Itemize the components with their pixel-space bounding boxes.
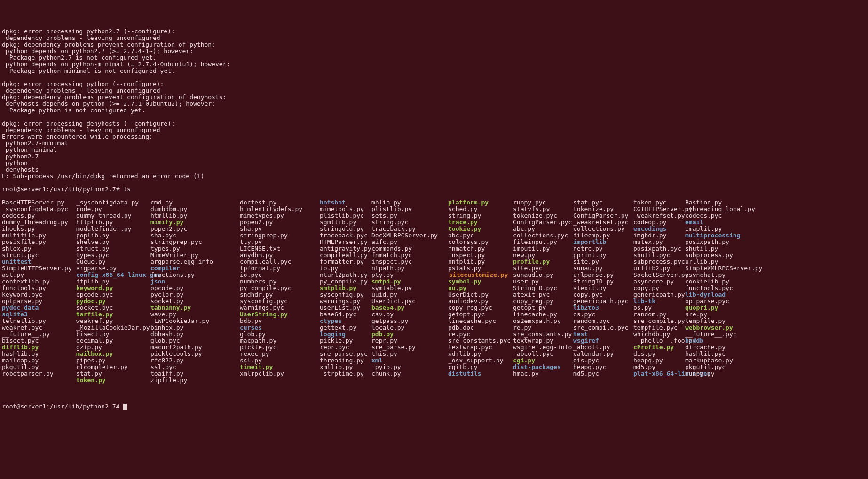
ls-file: _abcoll.py xyxy=(573,344,633,351)
ls-file: hashlib.pyc xyxy=(685,351,736,357)
ls-file: shutil.py xyxy=(685,245,736,252)
ls-file: plistlib.pyc xyxy=(320,212,371,219)
ls-file: doctest.py xyxy=(240,199,320,206)
ls-file: _pyio.py xyxy=(371,364,448,370)
ls-file: linecache.py xyxy=(513,311,573,318)
ls-file: posixpath.py xyxy=(685,239,736,245)
ls-executable: pdb.py xyxy=(371,331,448,338)
ls-file: compileall.py xyxy=(320,252,371,259)
ls-file: wave.py xyxy=(150,311,240,318)
ls-file: sunau.py xyxy=(573,265,633,272)
ls-file: sunaudio.py xyxy=(513,272,573,278)
ls-file: weakref.py xyxy=(76,318,150,324)
prompt-line-1[interactable]: root@server1:/usr/lib/python2.7# ls xyxy=(2,186,866,193)
ls-file: imaplib.py xyxy=(685,226,736,232)
ls-file: antigravity.py xyxy=(320,245,371,252)
ls-file: io.py xyxy=(320,265,371,272)
ls-file: sets.py xyxy=(371,212,448,219)
ls-file: asynchat.py xyxy=(685,272,736,278)
ls-file: ftplib.py xyxy=(76,278,150,285)
ls-file: random.py xyxy=(633,311,685,318)
ls-file: markupbase.py xyxy=(685,357,736,364)
ls-file: runpy.pyc xyxy=(513,199,573,206)
ls-file: py_compile.py xyxy=(320,278,371,285)
ls-file: dumbdbm.py xyxy=(150,206,240,212)
ls-file: pty.py xyxy=(371,272,448,278)
ls-file: fnmatch.py xyxy=(448,245,513,252)
terminal-output-line: python2.7-minimal xyxy=(2,140,866,147)
ls-file: dis.pyc xyxy=(573,357,633,364)
ls-file: audiodev.py xyxy=(448,298,513,305)
ls-file: SimpleXMLRPCServer.py xyxy=(685,265,736,272)
ls-file: symtable.py xyxy=(371,285,448,291)
ls-file: dis.py xyxy=(633,351,685,357)
ls-file: ihooks.py xyxy=(2,226,76,232)
ls-executable: quopri.py xyxy=(685,305,736,311)
ls-file: ntpath.py xyxy=(371,265,448,272)
ls-file: copy.pyc xyxy=(573,291,633,298)
ls-file: sre_compile.pyc xyxy=(573,324,633,331)
ls-directory: hotshot xyxy=(320,199,371,206)
ls-file: opcode.pyc xyxy=(76,291,150,298)
ls-file: functools.pyc xyxy=(685,285,736,291)
ls-file: cookielib.py xyxy=(685,278,736,285)
terminal-output-line: python depends on python2.7 (>= 2.7.4-1~… xyxy=(2,48,866,55)
ls-file: _threading_local.py xyxy=(685,206,736,212)
ls-file: dbhash.py xyxy=(150,331,240,338)
ls-file: imputil.py xyxy=(513,245,573,252)
ls-executable: mimify.py xyxy=(150,219,240,226)
ls-directory: lib-tk xyxy=(633,298,685,305)
ls-file: pipes.py xyxy=(76,357,150,364)
ls-file: urllib.py xyxy=(685,259,736,265)
ls-file: stringold.py xyxy=(320,226,371,232)
ls-file: abc.pyc xyxy=(448,232,513,239)
ls-directory: pydoc_data xyxy=(2,305,76,311)
terminal-output-line: dpkg: error processing python2.7 (--conf… xyxy=(2,28,866,35)
ls-file: Queue.py xyxy=(76,259,150,265)
ls-file: py_compile.pyc xyxy=(240,285,320,291)
ls-file: re.pyc xyxy=(448,331,513,338)
ls-file: rexec.py xyxy=(240,351,320,357)
ls-file: os2emxpath.py xyxy=(513,318,573,324)
ls-file: posixpath.pyc xyxy=(633,245,685,252)
shell-prompt: root@server1:/usr/lib/python2.7# xyxy=(2,403,123,410)
ls-file: UserDict.py xyxy=(448,291,513,298)
ls-file: re.py xyxy=(513,324,573,331)
ls-file: DocXMLRPCServer.py xyxy=(371,232,448,239)
prompt-line-2[interactable]: root@server1:/usr/lib/python2.7# xyxy=(2,403,866,410)
shell-prompt: root@server1:/usr/lib/python2.7# xyxy=(2,186,123,193)
ls-file: stringprep.py xyxy=(240,232,320,239)
terminal-output-line: dependency problems - leaving unconfigur… xyxy=(2,87,866,94)
ls-file: _strptime.py xyxy=(320,370,371,377)
ls-file: sndhdr.py xyxy=(240,291,320,298)
terminal-output-line: dependency problems - leaving unconfigur… xyxy=(2,35,866,41)
ls-file: site.py xyxy=(573,259,633,265)
ls-executable: profile.py xyxy=(513,259,573,265)
ls-directory: encodings xyxy=(633,226,685,232)
ls-file: __future__.pyc xyxy=(685,331,736,338)
ls-file: chunk.py xyxy=(371,370,448,377)
ls-file: plistlib.py xyxy=(371,206,448,212)
ls-file: fnmatch.pyc xyxy=(371,252,448,259)
ls-file: fractions.py xyxy=(150,272,240,278)
ls-file: _MozillaCookieJar.py xyxy=(76,324,150,331)
ls-executable: tabnanny.py xyxy=(150,305,240,311)
ls-file: this.py xyxy=(371,351,448,357)
ls-file: textwrap.pyc xyxy=(448,344,513,351)
ls-file: codecs.py xyxy=(2,212,76,219)
ls-file: calendar.py xyxy=(573,351,633,357)
ls-file: wsgiref.egg-info xyxy=(513,344,573,351)
ls-file: uuid.py xyxy=(371,291,448,298)
ls-file: warnings.py xyxy=(320,298,371,305)
terminal-output-line: Errors were encountered while processing… xyxy=(2,133,866,140)
ls-file: opcode.py xyxy=(150,285,240,291)
ls-file: toaiff.py xyxy=(150,370,240,377)
ls-file: commands.py xyxy=(371,245,448,252)
ls-file: cmd.py xyxy=(150,199,240,206)
ls-directory: importlib xyxy=(573,239,633,245)
ls-file: os.pyc xyxy=(573,311,633,318)
ls-directory: ctypes xyxy=(320,318,371,324)
ls-executable: platform.py xyxy=(448,199,513,206)
ls-file: ConfigParser.pyc xyxy=(513,219,573,226)
terminal-output-line: dependency problems - leaving unconfigur… xyxy=(2,127,866,133)
